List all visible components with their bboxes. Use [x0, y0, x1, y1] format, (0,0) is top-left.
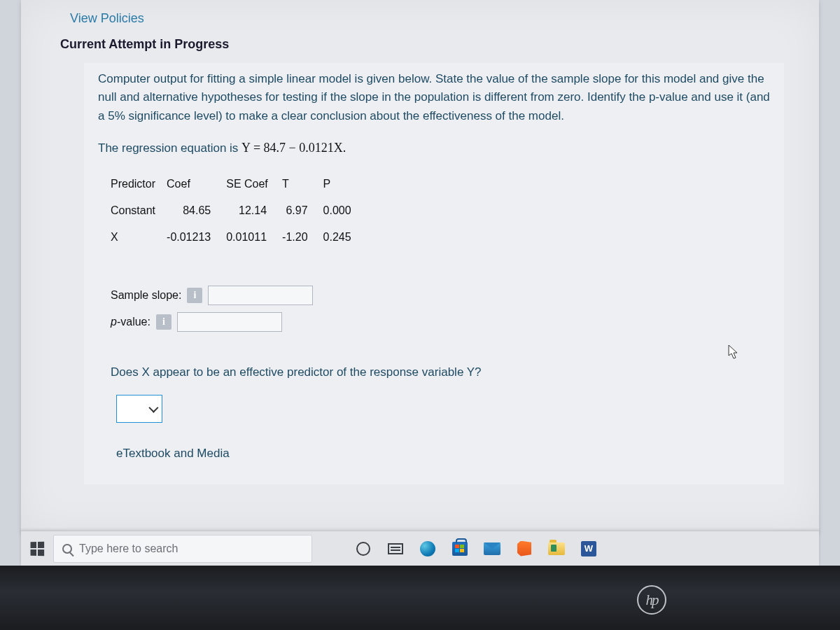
cell-p: 0.245: [323, 224, 367, 251]
store-button[interactable]: [451, 540, 469, 558]
cell-p: 0.000: [323, 197, 367, 224]
hp-logo: hp: [637, 585, 666, 615]
folder-icon: [548, 542, 565, 555]
word-button[interactable]: W: [580, 540, 598, 558]
effectiveness-question: Does X appear to be an effective predict…: [111, 365, 770, 379]
info-icon[interactable]: i: [156, 314, 172, 330]
table-row: X -0.01213 0.01011 -1.20 0.245: [111, 224, 367, 251]
cortana-button[interactable]: [354, 540, 372, 558]
word-icon: W: [581, 541, 596, 556]
table-header-row: Predictor Coef SE Coef T P: [111, 171, 367, 197]
windows-taskbar: Type here to search W: [21, 531, 819, 566]
col-p: P: [323, 171, 367, 197]
pvalue-label: p-value:: [111, 316, 150, 328]
regression-equation: The regression equation is Y = 84.7 − 0.…: [98, 141, 770, 155]
view-policies-link[interactable]: View Policies: [21, 7, 819, 33]
question-body: Computer output for fitting a simple lin…: [84, 63, 784, 484]
sample-slope-row: Sample slope: i: [111, 286, 770, 305]
laptop-bezel: [0, 566, 840, 630]
effectiveness-dropdown[interactable]: [116, 395, 162, 423]
pvalue-label-p: p: [111, 316, 117, 328]
search-placeholder: Type here to search: [79, 542, 178, 555]
taskbar-search[interactable]: Type here to search: [53, 535, 312, 563]
col-secoef: SE Coef: [226, 171, 282, 197]
question-page: View Policies Current Attempt in Progres…: [21, 0, 819, 532]
equation-math: Y = 84.7 − 0.0121X.: [241, 141, 346, 155]
cell-predictor: Constant: [111, 197, 167, 224]
search-icon: [62, 544, 72, 554]
explorer-button[interactable]: [547, 540, 566, 558]
sample-slope-input[interactable]: [208, 286, 313, 305]
windows-icon: [31, 541, 45, 556]
office-icon: [517, 541, 531, 556]
taskbar-icons: W: [354, 540, 598, 558]
pvalue-label-suffix: -value:: [117, 316, 150, 328]
mail-button[interactable]: [483, 540, 501, 558]
circle-icon: [356, 542, 370, 556]
regression-table: Predictor Coef SE Coef T P Constant 84.6…: [111, 171, 367, 251]
cell-se: 0.01011: [226, 224, 282, 251]
cell-t: 6.97: [282, 197, 323, 224]
cell-predictor: X: [111, 224, 167, 251]
start-button[interactable]: [21, 531, 53, 566]
question-prompt: Computer output for fitting a simple lin…: [98, 70, 770, 125]
cell-coef: 84.65: [167, 197, 226, 224]
pvalue-input[interactable]: [177, 312, 282, 332]
info-icon[interactable]: i: [187, 288, 202, 303]
answer-inputs: Sample slope: i p-value: i: [111, 286, 770, 332]
edge-icon: [420, 541, 435, 556]
mail-icon: [484, 542, 500, 555]
cell-t: -1.20: [282, 224, 323, 251]
office-button[interactable]: [515, 540, 533, 558]
edge-button[interactable]: [419, 540, 437, 558]
table-row: Constant 84.65 12.14 6.97 0.000: [111, 197, 367, 224]
task-view-button[interactable]: [386, 540, 405, 558]
attempt-heading: Current Attempt in Progress: [21, 33, 819, 63]
chevron-down-icon: [148, 403, 158, 413]
task-view-icon: [388, 543, 403, 554]
col-t: T: [282, 171, 323, 197]
col-coef: Coef: [167, 171, 226, 197]
etextbook-link[interactable]: eTextbook and Media: [116, 447, 770, 468]
equation-label: The regression equation is: [98, 141, 241, 155]
store-icon: [452, 542, 468, 556]
cell-coef: -0.01213: [167, 224, 226, 251]
col-predictor: Predictor: [111, 171, 167, 197]
pvalue-row: p-value: i: [111, 312, 770, 332]
sample-slope-label: Sample slope:: [111, 289, 181, 302]
cell-se: 12.14: [226, 197, 282, 224]
